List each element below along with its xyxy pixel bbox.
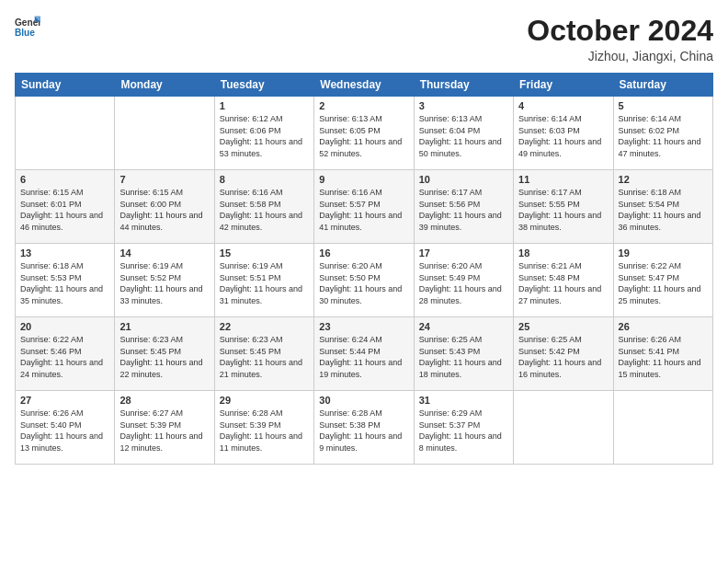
day-number: 18 bbox=[518, 247, 608, 259]
cell-info: Sunrise: 6:14 AM Sunset: 6:03 PM Dayligh… bbox=[518, 113, 608, 159]
day-number: 26 bbox=[619, 321, 708, 332]
calendar-cell: 30Sunrise: 6:28 AM Sunset: 5:38 PM Dayli… bbox=[314, 391, 414, 465]
calendar-cell: 13Sunrise: 6:18 AM Sunset: 5:53 PM Dayli… bbox=[16, 244, 115, 317]
day-number: 23 bbox=[319, 321, 408, 332]
month-title: October 2024 bbox=[527, 15, 713, 47]
calendar-cell: 27Sunrise: 6:26 AM Sunset: 5:40 PM Dayli… bbox=[16, 391, 115, 465]
calendar-cell bbox=[613, 391, 712, 465]
weekday-header-sunday: Sunday bbox=[16, 74, 115, 97]
title-block: October 2024 Jizhou, Jiangxi, China bbox=[527, 15, 713, 63]
calendar-week-3: 13Sunrise: 6:18 AM Sunset: 5:53 PM Dayli… bbox=[16, 244, 713, 317]
calendar-cell: 4Sunrise: 6:14 AM Sunset: 6:03 PM Daylig… bbox=[514, 97, 613, 170]
calendar-cell bbox=[115, 97, 214, 170]
cell-info: Sunrise: 6:27 AM Sunset: 5:39 PM Dayligh… bbox=[119, 408, 209, 454]
calendar-week-1: 1Sunrise: 6:12 AM Sunset: 6:06 PM Daylig… bbox=[16, 97, 713, 170]
cell-info: Sunrise: 6:20 AM Sunset: 5:50 PM Dayligh… bbox=[319, 260, 408, 306]
calendar-cell: 1Sunrise: 6:12 AM Sunset: 6:06 PM Daylig… bbox=[214, 97, 313, 170]
cell-info: Sunrise: 6:17 AM Sunset: 5:56 PM Dayligh… bbox=[419, 187, 508, 233]
day-number: 20 bbox=[20, 321, 109, 332]
calendar-cell: 24Sunrise: 6:25 AM Sunset: 5:43 PM Dayli… bbox=[414, 317, 513, 391]
cell-info: Sunrise: 6:19 AM Sunset: 5:52 PM Dayligh… bbox=[119, 260, 209, 306]
day-number: 28 bbox=[119, 395, 209, 406]
cell-info: Sunrise: 6:19 AM Sunset: 5:51 PM Dayligh… bbox=[220, 260, 309, 306]
cell-info: Sunrise: 6:18 AM Sunset: 5:53 PM Dayligh… bbox=[20, 260, 109, 306]
cell-info: Sunrise: 6:23 AM Sunset: 5:45 PM Dayligh… bbox=[220, 334, 309, 380]
calendar-cell: 21Sunrise: 6:23 AM Sunset: 5:45 PM Dayli… bbox=[115, 317, 214, 391]
cell-info: Sunrise: 6:17 AM Sunset: 5:55 PM Dayligh… bbox=[518, 187, 608, 233]
day-number: 11 bbox=[518, 174, 608, 185]
day-number: 16 bbox=[319, 247, 408, 259]
cell-info: Sunrise: 6:25 AM Sunset: 5:43 PM Dayligh… bbox=[419, 334, 508, 380]
day-number: 13 bbox=[20, 247, 109, 259]
day-number: 21 bbox=[119, 321, 209, 332]
cell-info: Sunrise: 6:23 AM Sunset: 5:45 PM Dayligh… bbox=[119, 334, 209, 380]
cell-info: Sunrise: 6:20 AM Sunset: 5:49 PM Dayligh… bbox=[419, 260, 508, 306]
calendar-cell: 26Sunrise: 6:26 AM Sunset: 5:41 PM Dayli… bbox=[613, 317, 712, 391]
day-number: 3 bbox=[419, 100, 508, 111]
logo: General Blue bbox=[15, 15, 40, 40]
cell-info: Sunrise: 6:28 AM Sunset: 5:39 PM Dayligh… bbox=[220, 408, 309, 454]
cell-info: Sunrise: 6:15 AM Sunset: 6:01 PM Dayligh… bbox=[20, 187, 109, 233]
calendar-cell: 9Sunrise: 6:16 AM Sunset: 5:57 PM Daylig… bbox=[314, 170, 414, 244]
calendar-cell: 29Sunrise: 6:28 AM Sunset: 5:39 PM Dayli… bbox=[214, 391, 313, 465]
weekday-header-monday: Monday bbox=[115, 74, 214, 97]
cell-info: Sunrise: 6:22 AM Sunset: 5:46 PM Dayligh… bbox=[20, 334, 109, 380]
day-number: 25 bbox=[518, 321, 608, 332]
calendar-cell: 18Sunrise: 6:21 AM Sunset: 5:48 PM Dayli… bbox=[514, 244, 613, 317]
location: Jizhou, Jiangxi, China bbox=[527, 49, 713, 63]
calendar-cell: 16Sunrise: 6:20 AM Sunset: 5:50 PM Dayli… bbox=[314, 244, 414, 317]
calendar-cell: 10Sunrise: 6:17 AM Sunset: 5:56 PM Dayli… bbox=[414, 170, 513, 244]
calendar-cell: 3Sunrise: 6:13 AM Sunset: 6:04 PM Daylig… bbox=[414, 97, 513, 170]
calendar-week-2: 6Sunrise: 6:15 AM Sunset: 6:01 PM Daylig… bbox=[16, 170, 713, 244]
calendar-cell: 23Sunrise: 6:24 AM Sunset: 5:44 PM Dayli… bbox=[314, 317, 414, 391]
weekday-header-tuesday: Tuesday bbox=[214, 74, 313, 97]
cell-info: Sunrise: 6:21 AM Sunset: 5:48 PM Dayligh… bbox=[518, 260, 608, 306]
cell-info: Sunrise: 6:18 AM Sunset: 5:54 PM Dayligh… bbox=[619, 187, 708, 233]
calendar-cell: 19Sunrise: 6:22 AM Sunset: 5:47 PM Dayli… bbox=[613, 244, 712, 317]
day-number: 31 bbox=[419, 395, 508, 406]
cell-info: Sunrise: 6:26 AM Sunset: 5:41 PM Dayligh… bbox=[619, 334, 708, 380]
weekday-header-friday: Friday bbox=[514, 74, 613, 97]
day-number: 5 bbox=[619, 100, 708, 111]
calendar-week-5: 27Sunrise: 6:26 AM Sunset: 5:40 PM Dayli… bbox=[16, 391, 713, 465]
day-number: 24 bbox=[419, 321, 508, 332]
svg-text:Blue: Blue bbox=[15, 28, 35, 38]
day-number: 8 bbox=[220, 174, 309, 185]
calendar-cell: 14Sunrise: 6:19 AM Sunset: 5:52 PM Dayli… bbox=[115, 244, 214, 317]
calendar-cell: 15Sunrise: 6:19 AM Sunset: 5:51 PM Dayli… bbox=[214, 244, 313, 317]
cell-info: Sunrise: 6:14 AM Sunset: 6:02 PM Dayligh… bbox=[619, 113, 708, 159]
calendar-cell: 28Sunrise: 6:27 AM Sunset: 5:39 PM Dayli… bbox=[115, 391, 214, 465]
cell-info: Sunrise: 6:26 AM Sunset: 5:40 PM Dayligh… bbox=[20, 408, 109, 454]
day-number: 2 bbox=[319, 100, 408, 111]
cell-info: Sunrise: 6:16 AM Sunset: 5:57 PM Dayligh… bbox=[319, 187, 408, 233]
day-number: 19 bbox=[619, 247, 708, 259]
calendar-cell: 2Sunrise: 6:13 AM Sunset: 6:05 PM Daylig… bbox=[314, 97, 414, 170]
weekday-header-thursday: Thursday bbox=[414, 74, 513, 97]
day-number: 30 bbox=[319, 395, 408, 406]
calendar-cell: 31Sunrise: 6:29 AM Sunset: 5:37 PM Dayli… bbox=[414, 391, 513, 465]
calendar-cell: 20Sunrise: 6:22 AM Sunset: 5:46 PM Dayli… bbox=[16, 317, 115, 391]
calendar-cell: 5Sunrise: 6:14 AM Sunset: 6:02 PM Daylig… bbox=[613, 97, 712, 170]
calendar-cell bbox=[16, 97, 115, 170]
calendar-cell: 25Sunrise: 6:25 AM Sunset: 5:42 PM Dayli… bbox=[514, 317, 613, 391]
calendar-cell: 6Sunrise: 6:15 AM Sunset: 6:01 PM Daylig… bbox=[16, 170, 115, 244]
day-number: 14 bbox=[119, 247, 209, 259]
calendar-cell: 7Sunrise: 6:15 AM Sunset: 6:00 PM Daylig… bbox=[115, 170, 214, 244]
calendar-cell: 11Sunrise: 6:17 AM Sunset: 5:55 PM Dayli… bbox=[514, 170, 613, 244]
cell-info: Sunrise: 6:15 AM Sunset: 6:00 PM Dayligh… bbox=[119, 187, 209, 233]
cell-info: Sunrise: 6:13 AM Sunset: 6:04 PM Dayligh… bbox=[419, 113, 508, 159]
day-number: 4 bbox=[518, 100, 608, 111]
day-number: 22 bbox=[220, 321, 309, 332]
cell-info: Sunrise: 6:12 AM Sunset: 6:06 PM Dayligh… bbox=[220, 113, 309, 159]
cell-info: Sunrise: 6:28 AM Sunset: 5:38 PM Dayligh… bbox=[319, 408, 408, 454]
day-number: 27 bbox=[20, 395, 109, 406]
weekday-header-wednesday: Wednesday bbox=[314, 74, 414, 97]
calendar-cell: 17Sunrise: 6:20 AM Sunset: 5:49 PM Dayli… bbox=[414, 244, 513, 317]
cell-info: Sunrise: 6:13 AM Sunset: 6:05 PM Dayligh… bbox=[319, 113, 408, 159]
cell-info: Sunrise: 6:29 AM Sunset: 5:37 PM Dayligh… bbox=[419, 408, 508, 454]
day-number: 6 bbox=[20, 174, 109, 185]
day-number: 1 bbox=[220, 100, 309, 111]
weekday-header-saturday: Saturday bbox=[613, 74, 712, 97]
day-number: 17 bbox=[419, 247, 508, 259]
day-number: 15 bbox=[220, 247, 309, 259]
